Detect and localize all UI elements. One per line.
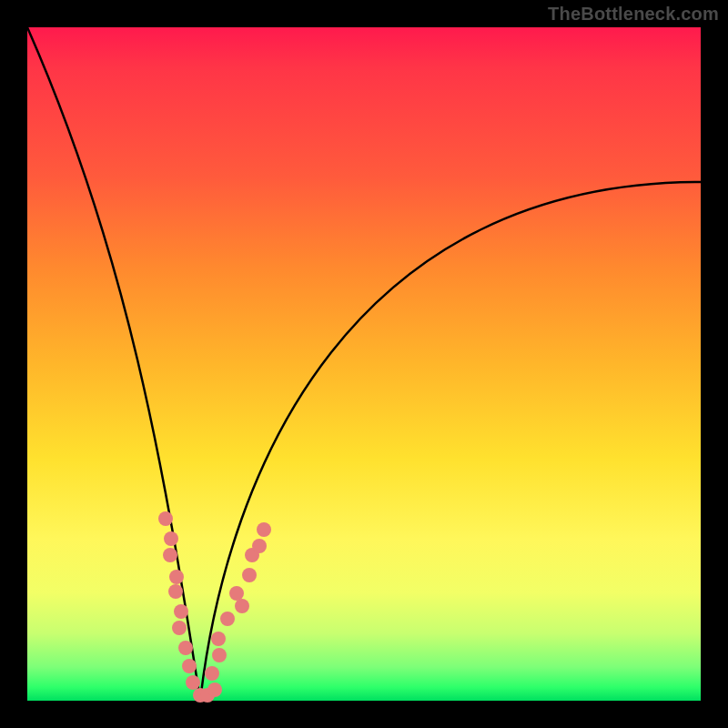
bottleneck-curve: [27, 27, 701, 701]
sample-dot: [212, 648, 227, 662]
sample-dot: [211, 632, 226, 646]
sample-dot: [178, 641, 193, 655]
sample-dot: [172, 621, 187, 635]
chart-frame: TheBottleneck.com: [0, 0, 728, 728]
sample-dot: [164, 531, 178, 546]
sample-dot: [169, 570, 184, 584]
sample-dot: [205, 666, 219, 681]
sample-dot: [182, 659, 197, 673]
sample-dot: [186, 675, 200, 690]
sample-dot: [174, 604, 188, 619]
watermark-text: TheBottleneck.com: [548, 4, 719, 25]
sample-dot: [163, 548, 177, 562]
plot-area: [27, 27, 701, 701]
sample-dot: [252, 539, 267, 553]
sample-dot: [235, 599, 249, 613]
sample-dot: [229, 586, 244, 601]
sample-dot: [207, 682, 222, 697]
sample-dot: [168, 584, 183, 599]
sample-dots-group: [158, 511, 271, 703]
sample-dot: [242, 568, 257, 582]
sample-dot: [257, 522, 271, 537]
sample-dot: [158, 511, 173, 526]
curve-layer: [27, 27, 701, 701]
sample-dot: [220, 612, 235, 626]
